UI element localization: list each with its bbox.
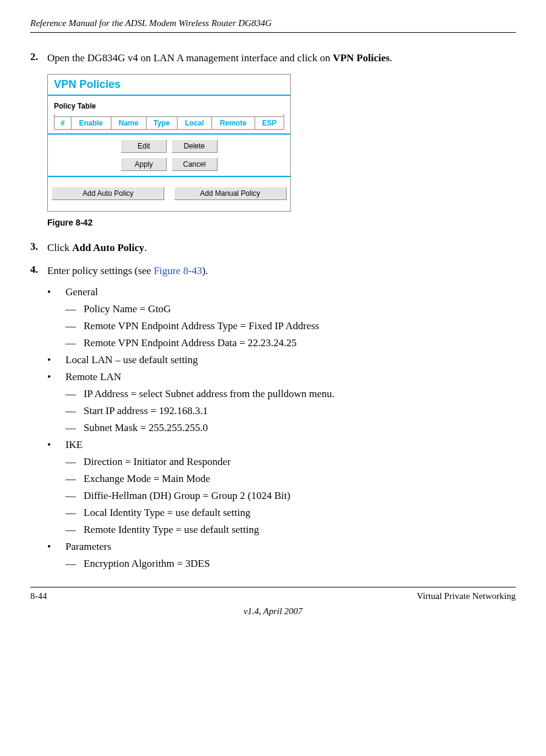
step-body: Click Add Auto Policy. — [47, 241, 516, 255]
table-header-row: # Enable Name Type Local Remote ESP — [55, 116, 284, 129]
footer-page-number: 8-44 — [30, 591, 47, 601]
text: Open the DG834G v4 on LAN A management i… — [47, 52, 333, 64]
bullet-marker: • — [47, 371, 65, 383]
figure-vpn-policies: VPN Policies Policy Table # Enable Name … — [47, 74, 516, 212]
delete-button[interactable]: Delete — [171, 139, 218, 153]
bold-text: Add Auto Policy — [72, 242, 144, 253]
bullet-local-lan: • Local LAN – use default setting — [47, 354, 516, 366]
step-4: 4. Enter policy settings (see Figure 8-4… — [30, 264, 516, 278]
dash-marker: — — [65, 490, 84, 502]
col-enable: Enable — [71, 116, 111, 129]
bullet-text: Remote LAN — [65, 371, 516, 383]
button-row-apply: Apply Cancel — [48, 158, 290, 171]
button-row-edit: Edit Delete — [48, 139, 290, 153]
text: Remote VPN Endpoint Address Type = Fixed… — [84, 320, 319, 332]
list-item: —Policy Name = GtoG — [65, 303, 516, 315]
policy-table: # Enable Name Type Local Remote ESP — [54, 114, 284, 130]
dash-list-ike: —Direction = Initiator and Responder —Ex… — [65, 456, 516, 536]
col-esp: ESP — [255, 116, 284, 129]
list-item: —Direction = Initiator and Responder — [65, 456, 516, 468]
dash-marker: — — [65, 388, 84, 400]
bullet-text: IKE — [65, 439, 516, 451]
page-header: Reference Manual for the ADSL Modem Wire… — [30, 18, 516, 33]
text: . — [390, 52, 392, 64]
col-remote: Remote — [211, 116, 255, 129]
add-auto-policy-button[interactable]: Add Auto Policy — [52, 187, 164, 200]
text: Encryption Algorithm = 3DES — [84, 558, 210, 570]
list-item: —Remote Identity Type = use default sett… — [65, 524, 516, 536]
bullet-text: General — [65, 286, 516, 298]
bullet-list: • General —Policy Name = GtoG —Remote VP… — [47, 286, 516, 570]
edit-button[interactable]: Edit — [121, 139, 167, 153]
apply-button[interactable]: Apply — [121, 158, 167, 171]
bullet-remote-lan: • Remote LAN — [47, 371, 516, 383]
text: Diffie-Hellman (DH) Group = Group 2 (102… — [84, 490, 290, 502]
step-body: Enter policy settings (see Figure 8-43). — [47, 264, 516, 278]
step-3: 3. Click Add Auto Policy. — [30, 241, 516, 255]
dash-marker: — — [65, 422, 84, 434]
list-item: —Remote VPN Endpoint Address Type = Fixe… — [65, 320, 516, 332]
page-footer: 8-44 Virtual Private Networking v1.4, Ap… — [30, 587, 516, 617]
bullet-parameters: • Parameters — [47, 541, 516, 553]
cancel-button[interactable]: Cancel — [171, 158, 218, 171]
text: IP Address = select Subnet address from … — [84, 388, 335, 400]
text: Remote Identity Type = use default setti… — [84, 524, 259, 536]
dash-marker: — — [65, 524, 84, 536]
list-item: —Diffie-Hellman (DH) Group = Group 2 (10… — [65, 490, 516, 502]
text: Start IP address = 192.168.3.1 — [84, 405, 208, 417]
list-item: —IP Address = select Subnet address from… — [65, 388, 516, 400]
text: Exchange Mode = Main Mode — [84, 473, 210, 485]
dash-marker: — — [65, 558, 84, 570]
divider — [48, 176, 290, 177]
footer-section-title: Virtual Private Networking — [417, 591, 516, 601]
button-row-add: Add Auto Policy Add Manual Policy — [48, 187, 290, 200]
bold-text: VPN Policies — [333, 52, 390, 64]
figure-link[interactable]: Figure 8-43 — [154, 265, 202, 276]
text: . — [144, 242, 147, 253]
dash-marker: — — [65, 405, 84, 417]
dash-list-general: —Policy Name = GtoG —Remote VPN Endpoint… — [65, 303, 516, 349]
text: Subnet Mask = 255.255.255.0 — [84, 422, 208, 434]
footer-version: v1.4, April 2007 — [30, 606, 516, 617]
divider — [48, 133, 290, 135]
dash-list-remote-lan: —IP Address = select Subnet address from… — [65, 388, 516, 434]
bullet-marker: • — [47, 286, 65, 298]
dash-marker: — — [65, 337, 84, 349]
dash-marker: — — [65, 507, 84, 519]
dash-list-parameters: —Encryption Algorithm = 3DES — [65, 558, 516, 570]
bullet-ike: • IKE — [47, 439, 516, 451]
text: Click — [47, 242, 72, 253]
bullet-general: • General — [47, 286, 516, 298]
col-num: # — [55, 116, 72, 129]
bullet-marker: • — [47, 541, 65, 553]
dash-marker: — — [65, 303, 84, 315]
divider — [48, 95, 290, 96]
bullet-marker: • — [47, 439, 65, 451]
list-item: —Start IP address = 192.168.3.1 — [65, 405, 516, 417]
col-local: Local — [178, 116, 212, 129]
panel-title: VPN Policies — [48, 75, 290, 93]
list-item: —Encryption Algorithm = 3DES — [65, 558, 516, 570]
col-type: Type — [146, 116, 178, 129]
text: Remote VPN Endpoint Address Data = 22.23… — [84, 337, 297, 349]
dash-marker: — — [65, 456, 84, 468]
list-item: —Local Identity Type = use default setti… — [65, 507, 516, 519]
add-manual-policy-button[interactable]: Add Manual Policy — [174, 187, 287, 200]
step-2: 2. Open the DG834G v4 on LAN A managemen… — [30, 51, 516, 65]
bullet-text: Parameters — [65, 541, 516, 553]
text: Policy Name = GtoG — [84, 303, 171, 315]
dash-marker: — — [65, 473, 84, 485]
list-item: —Subnet Mask = 255.255.255.0 — [65, 422, 516, 434]
bullet-text: Local LAN – use default setting — [65, 354, 516, 366]
step-number: 3. — [30, 241, 47, 255]
list-item: —Remote VPN Endpoint Address Data = 22.2… — [65, 337, 516, 349]
text: ). — [202, 265, 208, 276]
dash-marker: — — [65, 320, 84, 332]
step-body: Open the DG834G v4 on LAN A management i… — [47, 51, 516, 65]
bullet-marker: • — [47, 354, 65, 366]
text: Enter policy settings (see — [47, 265, 154, 276]
text: Local Identity Type = use default settin… — [84, 507, 250, 519]
figure-caption: Figure 8-42 — [47, 218, 516, 227]
step-number: 4. — [30, 264, 47, 278]
col-name: Name — [111, 116, 146, 129]
